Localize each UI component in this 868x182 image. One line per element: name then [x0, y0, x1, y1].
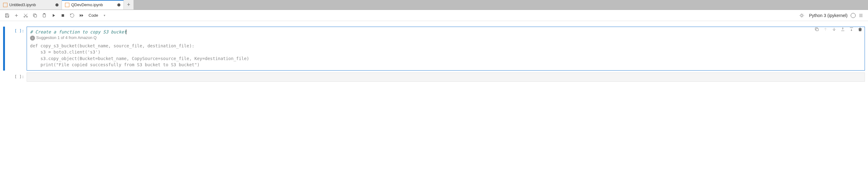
tab-untitled3[interactable]: Untitled3.ipynb [0, 0, 62, 9]
run-button[interactable] [50, 11, 58, 20]
cell-prompt: [ ]: [5, 27, 27, 70]
code-comment: # Create a function to copy S3 bucket [30, 29, 127, 34]
svg-point-6 [801, 14, 803, 17]
text-cursor [126, 29, 126, 34]
insert-cell-button[interactable] [12, 11, 21, 20]
cut-button[interactable] [22, 11, 30, 20]
cell-editor[interactable] [27, 72, 865, 82]
dirty-indicator-icon [55, 3, 59, 6]
svg-point-0 [24, 16, 25, 17]
code-cell-empty[interactable]: [ ]: [3, 72, 865, 82]
restart-button[interactable] [68, 11, 76, 20]
duplicate-cell-button[interactable] [813, 26, 820, 32]
new-tab-button[interactable]: + [124, 0, 134, 9]
chevron-down-icon: ▾ [104, 13, 105, 17]
cell-editor[interactable]: # Create a function to copy S3 bucket ‹ … [27, 27, 865, 70]
tab-qdevdemo[interactable]: QDevDemo.ipynb [62, 0, 124, 9]
suggestion-indicator[interactable]: ‹ Suggestion 1 of 4 from Amazon Q [30, 35, 862, 41]
svg-rect-7 [816, 28, 818, 31]
notebook-icon [3, 3, 7, 7]
delete-cell-button[interactable] [857, 26, 863, 32]
copy-button[interactable] [31, 11, 39, 20]
cell-type-select[interactable]: Code ▾ [87, 12, 112, 18]
paste-button[interactable] [40, 11, 48, 20]
save-button[interactable] [3, 11, 11, 20]
move-down-button[interactable] [831, 26, 837, 32]
insert-below-button[interactable] [848, 26, 855, 32]
notebook-toolbar: Code ▾ Python 3 (ipykernel) [0, 10, 868, 21]
svg-point-1 [26, 16, 28, 17]
code-cell[interactable]: [ ]: [3, 27, 865, 70]
cell-action-toolbar [813, 26, 863, 32]
svg-rect-5 [62, 14, 64, 17]
tab-label: QDevDemo.ipynb [71, 2, 116, 7]
run-all-button[interactable] [78, 11, 86, 20]
suggestion-label: Suggestion 1 of 4 from Amazon Q [36, 35, 97, 41]
cell-prompt: [ ]: [5, 72, 27, 82]
move-up-button[interactable] [822, 26, 828, 32]
suggestion-badge-icon: ‹ [30, 36, 35, 40]
stop-button[interactable] [59, 11, 67, 20]
cell-type-label: Code [89, 13, 98, 18]
menu-icon[interactable] [857, 11, 865, 20]
tab-bar: Untitled3.ipynb QDevDemo.ipynb + [0, 0, 868, 10]
svg-rect-2 [34, 14, 36, 17]
notebook-icon [65, 3, 69, 7]
notebook-area: [ ]: [0, 21, 868, 87]
kernel-name[interactable]: Python 3 (ipykernel) [809, 13, 847, 18]
bug-icon[interactable] [798, 11, 806, 20]
insert-above-button[interactable] [839, 26, 846, 32]
tab-label: Untitled3.ipynb [9, 2, 54, 7]
kernel-status-icon[interactable] [851, 13, 856, 18]
suggested-code: def copy_s3_bucket(bucket_name, source_f… [30, 43, 862, 68]
dirty-indicator-icon [117, 3, 120, 6]
